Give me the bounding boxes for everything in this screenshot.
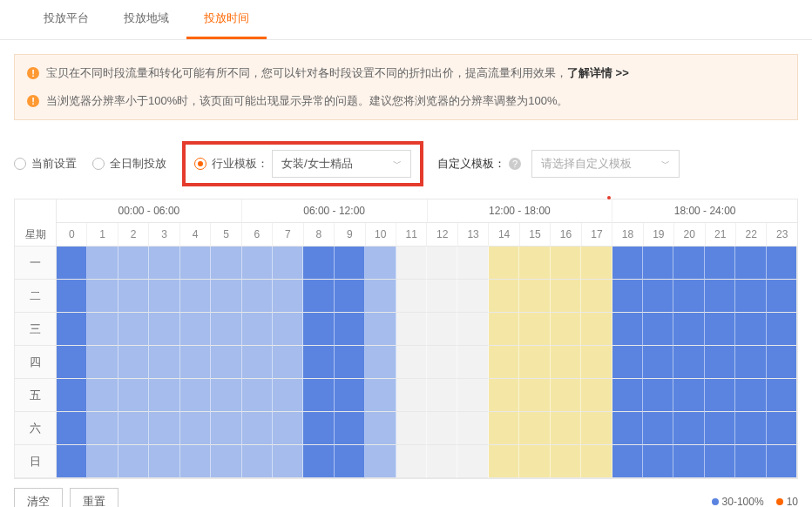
schedule-cell[interactable] [427, 379, 457, 412]
schedule-cell[interactable] [735, 412, 766, 445]
schedule-cell[interactable] [118, 379, 149, 412]
schedule-cell[interactable] [303, 412, 334, 445]
hour-header[interactable]: 17 [582, 223, 612, 247]
schedule-cell[interactable] [519, 445, 550, 478]
hour-header[interactable]: 9 [335, 223, 365, 247]
schedule-cell[interactable] [242, 346, 273, 379]
schedule-cell[interactable] [273, 445, 303, 478]
schedule-cell[interactable] [551, 280, 581, 313]
schedule-cell[interactable] [612, 346, 643, 379]
schedule-cell[interactable] [118, 280, 149, 313]
schedule-cell[interactable] [242, 379, 273, 412]
schedule-cell[interactable] [180, 313, 211, 346]
schedule-cell[interactable] [612, 412, 643, 445]
schedule-cell[interactable] [612, 313, 643, 346]
hour-header[interactable]: 3 [149, 223, 179, 247]
schedule-cell[interactable] [612, 379, 643, 412]
schedule-cell[interactable] [87, 379, 118, 412]
schedule-cell[interactable] [335, 346, 365, 379]
schedule-cell[interactable] [273, 313, 303, 346]
day-label[interactable]: 日 [15, 445, 57, 478]
schedule-cell[interactable] [767, 445, 797, 478]
help-icon[interactable]: ? [509, 158, 521, 170]
schedule-cell[interactable] [303, 280, 334, 313]
schedule-cell[interactable] [705, 346, 735, 379]
schedule-cell[interactable] [767, 346, 797, 379]
schedule-cell[interactable] [211, 346, 241, 379]
schedule-cell[interactable] [273, 412, 303, 445]
schedule-cell[interactable] [365, 412, 396, 445]
schedule-cell[interactable] [396, 412, 427, 445]
schedule-cell[interactable] [149, 280, 179, 313]
schedule-cell[interactable] [673, 247, 704, 280]
schedule-cell[interactable] [303, 379, 334, 412]
schedule-cell[interactable] [519, 346, 550, 379]
schedule-cell[interactable] [87, 313, 118, 346]
schedule-cell[interactable] [705, 313, 735, 346]
schedule-cell[interactable] [489, 346, 519, 379]
schedule-cell[interactable] [643, 346, 673, 379]
schedule-cell[interactable] [335, 379, 365, 412]
schedule-cell[interactable] [273, 379, 303, 412]
tab-region[interactable]: 投放地域 [106, 0, 186, 39]
schedule-cell[interactable] [57, 313, 87, 346]
schedule-cell[interactable] [673, 280, 704, 313]
schedule-cell[interactable] [519, 379, 550, 412]
schedule-cell[interactable] [335, 445, 365, 478]
hour-header[interactable]: 13 [458, 223, 489, 247]
schedule-cell[interactable] [335, 412, 365, 445]
schedule-cell[interactable] [767, 247, 797, 280]
schedule-cell[interactable] [273, 280, 303, 313]
schedule-cell[interactable] [427, 313, 457, 346]
schedule-cell[interactable] [335, 247, 365, 280]
schedule-cell[interactable] [489, 247, 519, 280]
schedule-cell[interactable] [180, 379, 211, 412]
schedule-cell[interactable] [427, 247, 457, 280]
schedule-cell[interactable] [242, 247, 273, 280]
schedule-cell[interactable] [489, 379, 519, 412]
schedule-cell[interactable] [673, 445, 704, 478]
schedule-cell[interactable] [457, 280, 488, 313]
schedule-cell[interactable] [149, 445, 179, 478]
schedule-cell[interactable] [457, 247, 488, 280]
schedule-cell[interactable] [365, 247, 396, 280]
schedule-cell[interactable] [396, 280, 427, 313]
schedule-cell[interactable] [581, 379, 612, 412]
tab-time[interactable]: 投放时间 [186, 0, 267, 39]
schedule-cell[interactable] [365, 445, 396, 478]
schedule-cell[interactable] [242, 412, 273, 445]
schedule-cell[interactable] [427, 445, 457, 478]
schedule-cell[interactable] [396, 313, 427, 346]
schedule-cell[interactable] [273, 346, 303, 379]
alert-link-details[interactable]: 了解详情 >> [567, 64, 629, 83]
schedule-cell[interactable] [612, 247, 643, 280]
schedule-cell[interactable] [180, 346, 211, 379]
schedule-cell[interactable] [242, 445, 273, 478]
schedule-cell[interactable] [735, 379, 766, 412]
schedule-cell[interactable] [87, 247, 118, 280]
schedule-cell[interactable] [303, 445, 334, 478]
radio-allday[interactable]: 全日制投放 [92, 156, 166, 172]
schedule-cell[interactable] [211, 280, 241, 313]
schedule-cell[interactable] [551, 379, 581, 412]
hour-header[interactable]: 4 [180, 223, 211, 247]
schedule-cell[interactable] [735, 445, 766, 478]
radio-current[interactable]: 当前设置 [14, 156, 77, 172]
industry-template-select[interactable]: 女装/女士精品 ﹀ [272, 150, 411, 178]
schedule-cell[interactable] [457, 379, 488, 412]
hour-header[interactable]: 5 [211, 223, 241, 247]
hour-header[interactable]: 12 [427, 223, 457, 247]
clear-button[interactable]: 清空 [14, 488, 63, 507]
hour-header[interactable]: 19 [644, 223, 674, 247]
hour-header[interactable]: 11 [396, 223, 427, 247]
schedule-cell[interactable] [705, 379, 735, 412]
schedule-cell[interactable] [581, 412, 612, 445]
hour-header[interactable]: 7 [273, 223, 303, 247]
schedule-cell[interactable] [489, 313, 519, 346]
schedule-cell[interactable] [365, 379, 396, 412]
schedule-cell[interactable] [581, 445, 612, 478]
schedule-cell[interactable] [519, 280, 550, 313]
schedule-cell[interactable] [673, 379, 704, 412]
hour-header[interactable]: 23 [767, 223, 796, 247]
schedule-cell[interactable] [767, 280, 797, 313]
